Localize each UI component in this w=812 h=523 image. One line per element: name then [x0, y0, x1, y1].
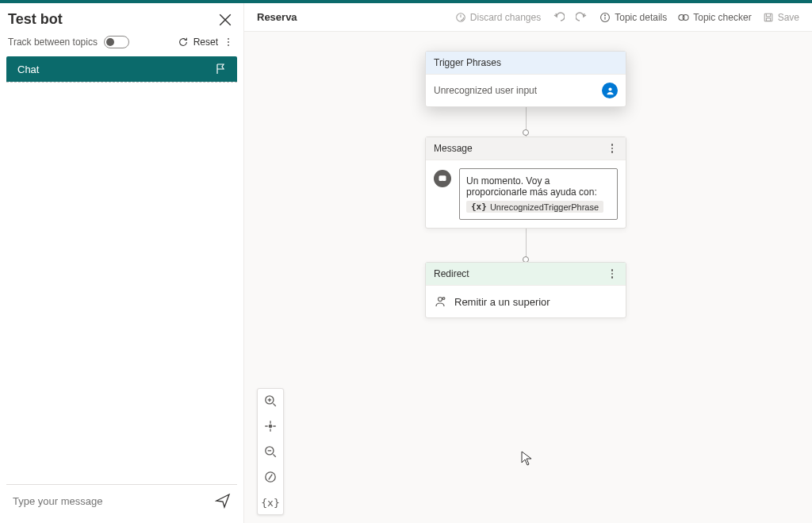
track-topics-label: Track between topics — [8, 37, 98, 48]
zoom-out-button[interactable] — [263, 444, 278, 459]
svg-line-15 — [273, 403, 275, 406]
chat-input-row — [6, 484, 237, 517]
svg-rect-8 — [764, 13, 772, 21]
topic-name: Reserva — [257, 11, 297, 23]
svg-point-10 — [608, 87, 611, 90]
svg-line-20 — [273, 454, 275, 456]
variable-name: UnrecognizedTriggerPhrase — [490, 202, 599, 212]
save-icon — [763, 12, 774, 23]
topic-details-label: Topic details — [615, 12, 667, 23]
reset-label: Reset — [193, 37, 218, 48]
authoring-canvas-wrap: Reserva Discard changes Topic details — [244, 3, 812, 523]
close-icon[interactable] — [218, 13, 232, 27]
variable-braces-icon: {x} — [471, 202, 487, 212]
chat-transcript — [6, 82, 237, 484]
message-text: Un momento. Voy a proporcionarle más ayu… — [466, 175, 597, 198]
trigger-phrases-node[interactable]: Trigger Phrases Unrecognized user input — [425, 51, 626, 107]
redirect-more-button[interactable] — [607, 269, 618, 279]
chat-tab-label: Chat — [17, 63, 39, 75]
save-button[interactable]: Save — [763, 12, 799, 23]
trigger-text: Unrecognized user input — [434, 85, 537, 96]
canvas-toolbar: Reserva Discard changes Topic details — [244, 3, 812, 32]
redo-icon[interactable] — [576, 11, 588, 24]
discard-icon — [455, 12, 466, 23]
reset-icon — [178, 37, 189, 48]
topic-details-button[interactable]: Topic details — [599, 12, 667, 23]
mouse-cursor — [521, 451, 532, 467]
send-icon[interactable] — [215, 493, 231, 509]
test-bot-title: Test bot — [8, 11, 63, 28]
variables-button[interactable]: {x} — [263, 495, 278, 510]
variable-chip[interactable]: {x} UnrecognizedTriggerPhrase — [466, 201, 603, 213]
chat-tab[interactable]: Chat — [6, 56, 237, 82]
svg-point-12 — [439, 298, 442, 302]
trigger-header: Trigger Phrases — [434, 57, 501, 68]
svg-rect-9 — [766, 17, 770, 21]
flag-icon[interactable] — [215, 63, 228, 75]
redirect-node[interactable]: Redirect Remitir a un superior — [425, 262, 626, 318]
message-text-editor[interactable]: Un momento. Voy a proporcionarle más ayu… — [459, 168, 618, 220]
escalate-icon — [434, 295, 446, 308]
canvas-tool-palette: {x} — [257, 388, 284, 515]
message-header: Message — [434, 143, 473, 154]
info-icon — [599, 12, 611, 23]
save-label: Save — [778, 12, 799, 23]
track-topics-toggle[interactable] — [104, 36, 129, 48]
authoring-canvas[interactable]: Trigger Phrases Unrecognized user input … — [244, 32, 812, 523]
topic-checker-label: Topic checker — [693, 12, 751, 23]
reset-zoom-button[interactable] — [263, 470, 278, 484]
test-panel-more-button[interactable] — [223, 38, 234, 46]
svg-rect-11 — [439, 175, 446, 181]
topic-checker-button[interactable]: Topic checker — [678, 12, 751, 23]
redirect-text: Remitir a un superior — [454, 296, 550, 308]
test-bot-panel: Test bot Track between topics Reset — [0, 3, 244, 523]
bot-icon — [434, 170, 451, 187]
user-icon — [602, 83, 618, 98]
reset-button[interactable]: Reset — [178, 37, 218, 48]
zoom-in-button[interactable] — [263, 394, 278, 408]
message-node[interactable]: Message Un momento. Voy a proporcionarle… — [425, 137, 626, 229]
discard-changes-button[interactable]: Discard changes — [455, 12, 541, 23]
redirect-header: Redirect — [434, 268, 469, 279]
discard-label: Discard changes — [470, 12, 541, 23]
message-more-button[interactable] — [607, 144, 618, 153]
svg-point-13 — [442, 298, 445, 300]
svg-point-7 — [683, 14, 688, 20]
svg-point-18 — [269, 425, 271, 427]
checker-icon — [678, 12, 689, 23]
add-node-handle[interactable] — [523, 129, 529, 136]
chat-input[interactable] — [13, 495, 207, 507]
fit-view-button[interactable] — [263, 419, 278, 433]
svg-point-5 — [605, 14, 606, 15]
undo-icon[interactable] — [552, 11, 565, 24]
